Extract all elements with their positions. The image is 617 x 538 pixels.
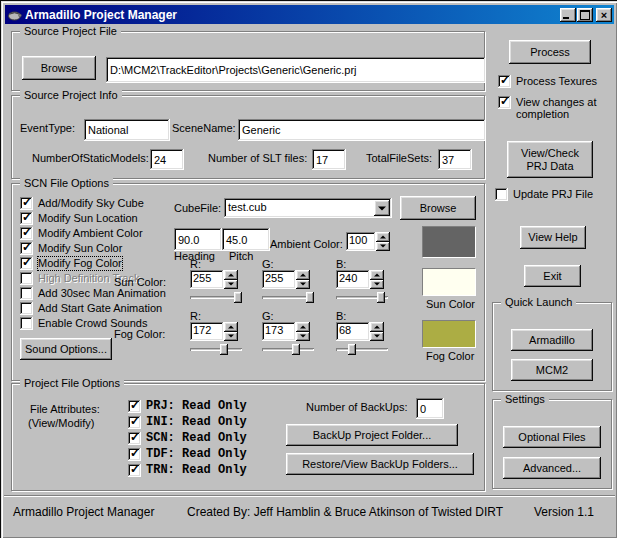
browse-source-button[interactable]: Browse — [22, 56, 96, 80]
spin-up-icon[interactable] — [224, 270, 238, 280]
cubefile-value[interactable]: test.cub — [224, 198, 372, 218]
checkbox-view-changes[interactable]: View changes at completion — [498, 96, 602, 120]
slider-thumb[interactable] — [292, 344, 300, 355]
checkbox-label: Update PRJ File — [513, 188, 593, 201]
armadillo-button[interactable]: Armadillo — [511, 329, 593, 351]
checkbox-icon — [20, 197, 33, 210]
fog-color-label: Fog Color: — [114, 328, 165, 340]
spin-up-icon[interactable] — [224, 322, 238, 332]
sun-g-value[interactable]: 255 — [262, 270, 296, 289]
event-type-field[interactable]: National — [84, 119, 170, 141]
checkbox-modify-fog-color[interactable]: Modify Fog Color — [20, 257, 122, 270]
process-button[interactable]: Process — [509, 40, 591, 64]
minimize-button[interactable] — [560, 8, 576, 22]
checkbox-trn-read-only[interactable]: TRN: Read Only — [128, 464, 247, 477]
r-label: R: — [190, 310, 201, 322]
checkbox-icon — [498, 75, 511, 88]
slider-thumb[interactable] — [306, 292, 314, 303]
sound-options-button[interactable]: Sound Options... — [20, 338, 112, 360]
checkbox-modify-sun-color[interactable]: Modify Sun Color — [20, 242, 122, 255]
checkbox-add-30sec-man-animation[interactable]: Add 30sec Man Animation — [20, 287, 166, 300]
spin-down-icon[interactable] — [376, 242, 390, 252]
ambient-value[interactable]: 100 — [346, 232, 376, 251]
chevron-down-icon[interactable] — [374, 200, 390, 216]
sun-r-spinner[interactable]: 255 — [190, 270, 238, 289]
checkbox-ini-read-only[interactable]: INI: Read Only — [128, 416, 247, 429]
sun-r-value[interactable]: 255 — [190, 270, 224, 289]
scn-file-options-group: SCN File Options Add/Modify Sky Cube Mod… — [11, 183, 485, 381]
slider-thumb[interactable] — [234, 292, 242, 303]
checkbox-icon — [20, 227, 33, 240]
fog-b-slider[interactable] — [336, 344, 388, 355]
source-path-input[interactable]: D:\MCM2\TrackEditor\Projects\Generic\Gen… — [106, 57, 486, 83]
slider-thumb[interactable] — [377, 292, 385, 303]
minimize-icon — [563, 17, 569, 19]
backups-field[interactable]: 0 — [416, 398, 444, 419]
spin-down-icon[interactable] — [224, 332, 238, 342]
spin-up-icon[interactable] — [296, 270, 310, 280]
project-file-options-group: Project File Options File Attributes: (V… — [11, 383, 485, 491]
pitch-field[interactable]: 45.0 — [222, 228, 270, 251]
checkbox-modify-sun-location[interactable]: Modify Sun Location — [20, 212, 138, 225]
checkbox-icon — [128, 464, 141, 477]
sun-color-swatch — [422, 268, 476, 296]
maximize-button[interactable] — [577, 8, 593, 22]
spin-up-icon[interactable] — [296, 322, 310, 332]
fog-b-value[interactable]: 68 — [336, 322, 370, 341]
browse-cubefile-button[interactable]: Browse — [400, 196, 476, 220]
spin-down-icon[interactable] — [224, 280, 238, 290]
fog-r-value[interactable]: 172 — [190, 322, 224, 341]
fog-r-slider[interactable] — [190, 344, 242, 355]
fog-r-spinner[interactable]: 172 — [190, 322, 238, 341]
checkbox-add-start-gate-animation[interactable]: Add Start Gate Animation — [20, 302, 162, 315]
settings-group: Settings Optional Files Advanced... — [492, 399, 612, 489]
restore-view-backup-button[interactable]: Restore/View BackUp Folders... — [286, 453, 474, 475]
heading-field[interactable]: 90.0 — [174, 228, 222, 251]
checkbox-prj-read-only[interactable]: PRJ: Read Only — [128, 400, 247, 413]
spin-down-icon[interactable] — [296, 280, 310, 290]
fog-g-slider[interactable] — [262, 344, 314, 355]
checkbox-process-textures[interactable]: Process Texures — [498, 75, 597, 88]
spin-up-icon[interactable] — [370, 270, 384, 280]
checkbox-tdf-read-only[interactable]: TDF: Read Only — [128, 448, 247, 461]
checkbox-update-prj-file[interactable]: Update PRJ File — [495, 188, 593, 201]
sun-g-spinner[interactable]: 255 — [262, 270, 310, 289]
fog-b-spinner[interactable]: 68 — [336, 322, 384, 341]
optional-files-button[interactable]: Optional Files — [503, 426, 601, 448]
spin-up-icon[interactable] — [376, 232, 390, 242]
sun-b-spinner[interactable]: 240 — [336, 270, 384, 289]
source-project-info-group: Source Project Info EventType: National … — [11, 95, 485, 179]
total-filesets-label: TotalFileSets: — [366, 152, 432, 164]
view-check-prj-data-button[interactable]: View/Check PRJ Data — [507, 141, 593, 178]
scene-name-field[interactable]: Generic — [238, 119, 486, 141]
close-button[interactable]: × — [596, 8, 612, 22]
sun-g-slider[interactable] — [262, 292, 314, 303]
advanced-button[interactable]: Advanced... — [503, 457, 601, 479]
slider-track — [336, 348, 388, 351]
slider-thumb[interactable] — [220, 344, 228, 355]
sun-r-slider[interactable] — [190, 292, 242, 303]
fog-g-value[interactable]: 173 — [262, 322, 296, 341]
checkbox-add-modify-sky-cube[interactable]: Add/Modify Sky Cube — [20, 197, 144, 210]
checkbox-icon — [20, 257, 33, 270]
ambient-spinner[interactable]: 100 — [346, 232, 390, 251]
checkbox-label: Modify Ambient Color — [38, 227, 143, 240]
spin-down-icon[interactable] — [370, 280, 384, 290]
exit-button[interactable]: Exit — [524, 265, 581, 287]
checkbox-modify-ambient-color[interactable]: Modify Ambient Color — [20, 227, 143, 240]
spin-up-icon[interactable] — [370, 322, 384, 332]
titlebar[interactable]: Armadillo Project Manager × — [5, 5, 614, 24]
cubefile-combobox[interactable]: test.cub — [224, 198, 392, 218]
checkbox-scn-read-only[interactable]: SCN: Read Only — [128, 432, 247, 445]
mcm2-button[interactable]: MCM2 — [511, 359, 593, 381]
group-title: Project File Options — [20, 377, 124, 389]
view-help-button[interactable]: View Help — [520, 226, 586, 249]
spin-down-icon[interactable] — [296, 332, 310, 342]
sun-b-slider[interactable] — [336, 292, 388, 303]
sun-b-value[interactable]: 240 — [336, 270, 370, 289]
spin-down-icon[interactable] — [370, 332, 384, 342]
backup-project-folder-button[interactable]: BackUp Project Folder... — [286, 424, 458, 446]
slt-files-label: Number of SLT files: — [208, 152, 307, 164]
slider-thumb[interactable] — [348, 344, 356, 355]
fog-g-spinner[interactable]: 173 — [262, 322, 310, 341]
